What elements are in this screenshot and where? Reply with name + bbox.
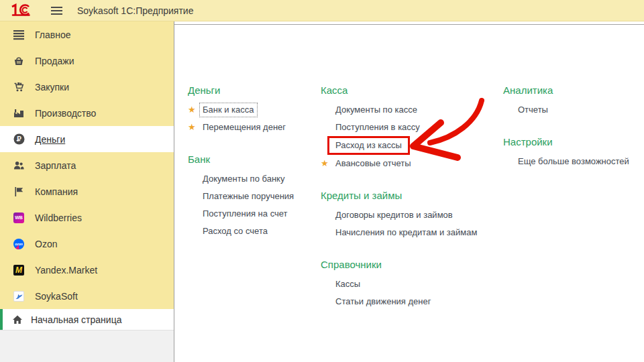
menu-item-peremeshcheniya-deneg[interactable]: ★Перемещения денег <box>188 119 322 136</box>
sidebar-item-label: Компания <box>35 186 78 197</box>
sidebar-item-zarplata[interactable]: Зарплата <box>0 152 174 178</box>
menu-column: АналитикаОтчетыНастройкиЕще больше возмо… <box>503 84 644 187</box>
sidebar-item-ozon[interactable]: ozonOzon <box>0 231 174 257</box>
sidebar-item-kompaniya[interactable]: Компания <box>0 178 174 204</box>
sidebar-item-prodazhi[interactable]: Продажи <box>0 48 174 74</box>
menu-item-rashod-iz-kassy[interactable]: Расход из кассы <box>321 136 508 155</box>
factory-icon <box>13 107 25 119</box>
people-icon <box>13 160 25 172</box>
soykasoft-logo-icon <box>13 290 25 302</box>
sidebar-item-label: Ozon <box>35 239 57 249</box>
basket-icon <box>13 55 25 67</box>
section-title: Кредиты и займы <box>321 189 508 202</box>
menu-item-dokumenty-po-banku[interactable]: Документы по банку <box>188 170 322 188</box>
sidebar-item-label: Закупки <box>35 82 69 93</box>
home-page-tab-label: Начальная страница <box>31 314 121 325</box>
sidebar-item-yandex-market[interactable]: MYandex.Market <box>0 257 174 283</box>
section-title: Касса <box>321 84 508 97</box>
menu-item-stati-dvizheniya-deneg[interactable]: Статьи движения денег <box>321 293 508 310</box>
flag-icon <box>13 186 25 198</box>
sidebar-empty-area <box>0 330 174 362</box>
sidebar-item-label: Yandex.Market <box>35 265 97 276</box>
menu-item-label: Кассы <box>335 279 360 289</box>
sidebar-item-label: Деньги <box>35 134 65 145</box>
cart-icon <box>13 81 25 93</box>
sidebar-item-proizvodstvo[interactable]: Производство <box>0 100 174 126</box>
sidebar-item-label: Производство <box>35 108 96 119</box>
sidebar-divider <box>174 21 174 362</box>
sidebar-item-label: Продажи <box>35 56 74 66</box>
menu-item-platezhnye-porucheniya[interactable]: Платежные поручения <box>188 188 322 205</box>
menu-item-label: Поступления на счет <box>203 208 288 219</box>
menu-item-label: Еще больше возможностей <box>518 156 629 166</box>
sidebar-item-zakupki[interactable]: Закупки <box>0 74 174 100</box>
menu-column: КассаДокументы по кассеПоступления в кас… <box>321 84 508 327</box>
menu-item-bank-i-kassa[interactable]: ★Банк и касса <box>188 101 322 119</box>
menu-section-bank: БанкДокументы по банкуПлатежные поручени… <box>188 153 322 240</box>
menu-item-kassy[interactable]: Кассы <box>321 276 508 293</box>
ozon-logo-icon: ozon <box>13 238 25 250</box>
app-title: Soykasoft 1С:Предприятие <box>77 5 193 16</box>
menu-item-postupleniya-na-schet[interactable]: Поступления на счет <box>188 205 322 223</box>
menu-section-kredity-i-zaymy: Кредиты и займыДоговоры кредитов и займо… <box>321 189 508 241</box>
menu-item-dogovory-kreditov-i-zaymov[interactable]: Договоры кредитов и займов <box>321 206 508 224</box>
sidebar-item-label: Зарплата <box>35 160 76 171</box>
section-title: Аналитика <box>503 84 644 97</box>
menu-item-label: Документы по банку <box>203 174 284 184</box>
menu-item-rashod-so-scheta[interactable]: Расход со счета <box>188 223 322 240</box>
menu-item-label: Платежные поручения <box>203 191 294 201</box>
wildberries-logo-icon: WB <box>13 212 25 224</box>
menu-item-label: Начисления по кредитам и займам <box>335 227 477 237</box>
menu-item-label: Авансовые отчеты <box>335 158 411 168</box>
money-section-menu-panel: Деньги★Банк и касса★Перемещения денегБан… <box>174 21 644 362</box>
sidebar-item-soykasoft[interactable]: SoykaSoft <box>0 283 174 309</box>
favorite-star-icon[interactable]: ★ <box>321 155 329 172</box>
menu-section-nastroyki: НастройкиЕще больше возможностей <box>503 135 644 170</box>
menu-item-eshche-bolshe-vozmozhnostey[interactable]: Еще больше возможностей <box>503 153 644 170</box>
sidebar-item-glavnoe[interactable]: Главное <box>0 21 174 48</box>
section-title: Справочники <box>321 258 508 272</box>
menu-item-label: Статьи движения денег <box>335 296 431 306</box>
favorite-star-icon[interactable]: ★ <box>188 101 196 119</box>
sidebar: ГлавноеПродажиЗакупкиПроизводствоPДеньги… <box>0 21 174 362</box>
svg-text:P: P <box>17 135 21 143</box>
annotation-highlight-box: Расход из кассы <box>327 136 410 155</box>
sidebar-item-label: Wildberries <box>35 213 82 223</box>
sidebar-item-label: SoykaSoft <box>35 291 78 302</box>
menu-item-label: Отчеты <box>518 105 548 115</box>
sidebar-item-wildberries[interactable]: WBWildberries <box>0 204 174 231</box>
favorite-star-icon[interactable]: ★ <box>188 119 196 136</box>
menu-section-dengi: Деньги★Банк и касса★Перемещения денег <box>188 84 322 136</box>
menu-item-nachisleniya-po-kreditam-i-zaymam[interactable]: Начисления по кредитам и займам <box>321 224 508 241</box>
menu-item-label: Поступления в кассу <box>335 122 420 132</box>
home-icon <box>11 314 23 326</box>
section-title: Настройки <box>503 135 644 149</box>
menu-item-label: Перемещения денег <box>203 122 286 132</box>
title-bar: Soykasoft 1С:Предприятие <box>0 0 644 21</box>
section-title: Деньги <box>188 84 322 97</box>
onec-logo-icon <box>8 2 35 19</box>
menu-item-avansovye-otchety[interactable]: ★Авансовые отчеты <box>321 155 508 172</box>
ruble-coin-icon: P <box>13 133 25 145</box>
menu-section-spravochniki: СправочникиКассыСтатьи движения денег <box>321 258 508 310</box>
sidebar-item-dengi[interactable]: PДеньги <box>0 126 174 152</box>
menu-item-label: Расход со счета <box>203 226 268 236</box>
sidebar-item-label: Главное <box>35 29 71 40</box>
focused-menu-item-label: Банк и касса <box>199 103 258 117</box>
menu-item-postupleniya-v-kassu[interactable]: Поступления в кассу <box>321 119 508 136</box>
menu-item-label: Договоры кредитов и займов <box>335 210 453 220</box>
yandex-market-logo-icon: M <box>13 264 25 276</box>
menu-item-dokumenty-po-kasse[interactable]: Документы по кассе <box>321 101 508 119</box>
hamburger-icon[interactable] <box>51 7 62 15</box>
menu-section-kassa: КассаДокументы по кассеПоступления в кас… <box>321 84 508 172</box>
menu-section-analitika: АналитикаОтчеты <box>503 84 644 119</box>
menu-item-otchety[interactable]: Отчеты <box>503 101 644 119</box>
sections-menu-icon <box>13 29 25 41</box>
sidebar-nav: ГлавноеПродажиЗакупкиПроизводствоPДеньги… <box>0 21 174 309</box>
menu-item-label: Документы по кассе <box>335 105 417 115</box>
home-page-tab[interactable]: Начальная страница <box>0 309 174 330</box>
section-title: Банк <box>188 153 322 166</box>
menu-column: Деньги★Банк и касса★Перемещения денегБан… <box>188 84 322 257</box>
